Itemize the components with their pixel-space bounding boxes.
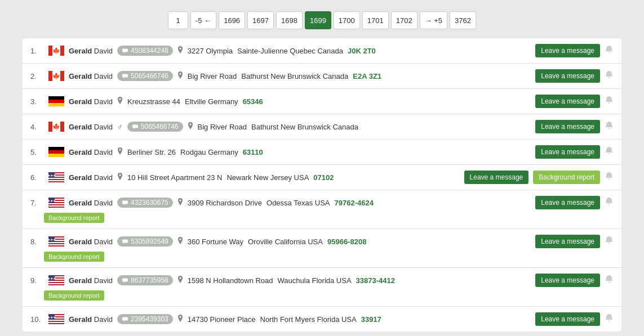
row-number: 2. — [30, 72, 44, 80]
svg-rect-9 — [48, 100, 64, 103]
phone-badge: 5065466746 — [117, 71, 173, 81]
table-row: 3. Gerald David Kreuzstrasse 44 Eltville… — [23, 89, 621, 114]
page-wrap: 1-5 ←1696169716981699170017011702→ +5376… — [0, 0, 644, 336]
page-btn-1696[interactable]: 1696 — [219, 11, 245, 29]
svg-rect-30 — [48, 204, 64, 205]
row-number: 4. — [30, 123, 44, 131]
postal-code: E2A 3Z1 — [353, 72, 381, 80]
bell-icon — [605, 121, 614, 132]
svg-text:🍁: 🍁 — [52, 72, 60, 80]
table-row: 7. ★★★ Gerald David 4323630675 3909 Rich… — [23, 190, 621, 229]
row-main-9: 9. ★★★ Gerald David 8637735958 1598 N Ho… — [30, 274, 614, 287]
leave-message-button[interactable]: Leave a message — [535, 120, 600, 133]
svg-rect-2 — [60, 46, 64, 56]
pin-icon — [177, 71, 183, 80]
table-row: 1. 🍁 Gerald David 4508344248 3227 Olympi… — [23, 38, 621, 64]
leave-message-button[interactable]: Leave a message — [535, 235, 600, 248]
row-secondary: Background report — [30, 252, 614, 262]
row-main-8: 8. ★★★ Gerald David 5305892649 360 Fortu… — [30, 235, 614, 248]
flag-us-icon: ★★★ — [48, 314, 64, 324]
bell-icon — [605, 146, 614, 158]
leave-message-button[interactable]: Leave a message — [535, 44, 600, 57]
page-btn--5-←[interactable]: -5 ← — [190, 11, 216, 29]
row-secondary: Background report — [30, 213, 614, 223]
flag-us-icon: ★★★ — [48, 236, 64, 247]
leave-message-button[interactable]: Leave a message — [464, 171, 529, 184]
flag-us-icon: ★★★ — [48, 172, 64, 182]
table-row: 5. Gerald David Berliner Str. 26 Rodgau … — [23, 140, 621, 165]
svg-text:★★★: ★★★ — [48, 199, 56, 203]
svg-rect-12 — [48, 122, 52, 132]
page-btn-1698[interactable]: 1698 — [276, 11, 303, 29]
address-text: Big River Road — [198, 123, 247, 131]
page-btn-1701[interactable]: 1701 — [362, 11, 389, 29]
page-btn-3762[interactable]: 3762 — [450, 11, 476, 29]
row-main-6: 6. ★★★ Gerald David 10 Hill Street Apart… — [30, 171, 614, 184]
address-text: Big River Road — [188, 72, 237, 80]
svg-rect-39 — [48, 245, 64, 247]
results-table: 1. 🍁 Gerald David 4508344248 3227 Olympi… — [23, 38, 621, 331]
leave-message-button[interactable]: Leave a message — [535, 312, 600, 326]
row-number: 6. — [30, 173, 44, 182]
leave-message-button[interactable]: Leave a message — [535, 196, 600, 209]
svg-rect-31 — [48, 207, 64, 208]
svg-rect-1 — [48, 46, 52, 56]
page-btn-1697[interactable]: 1697 — [247, 11, 274, 29]
phone-badge: 4508344248 — [117, 46, 173, 56]
svg-rect-10 — [48, 103, 64, 106]
leave-message-button[interactable]: Leave a message — [535, 95, 600, 108]
row-main-2: 2. 🍁 Gerald David 5065466746 Big River R… — [30, 69, 614, 83]
phone-badge: 2395439303 — [117, 314, 173, 324]
leave-message-button[interactable]: Leave a message — [535, 274, 600, 287]
pin-icon — [177, 46, 183, 55]
address-text: 360 Fortune Way — [188, 238, 243, 246]
bell-icon — [605, 313, 614, 325]
page-btn-1[interactable]: 1 — [168, 11, 188, 29]
svg-rect-54 — [48, 321, 64, 322]
row-number: 9. — [30, 276, 44, 285]
postal-code: 95966-8208 — [327, 238, 366, 246]
flag-ca-icon: 🍁 — [48, 122, 64, 132]
bell-icon — [605, 96, 614, 107]
person-name: Gerald David — [69, 97, 113, 106]
background-report-button[interactable]: Background report — [533, 171, 600, 184]
person-name: Gerald David — [69, 315, 113, 324]
svg-rect-47 — [48, 284, 64, 285]
svg-rect-6 — [60, 71, 64, 81]
row-main-10: 10. ★★★ Gerald David 2395439303 14730 Pi… — [30, 312, 614, 326]
flag-de-icon — [48, 147, 64, 157]
svg-rect-15 — [48, 147, 64, 150]
svg-rect-55 — [48, 323, 64, 324]
city-text: Oroville California USA — [248, 238, 323, 246]
phone-badge: 8637735958 — [117, 275, 173, 285]
city-text: Newark New Jersey USA — [226, 173, 309, 182]
background-report-button[interactable]: Background report — [44, 213, 104, 223]
address-text: Kreuzstrasse 44 — [127, 97, 180, 106]
svg-text:🍁: 🍁 — [52, 123, 60, 131]
page-btn-→-+5[interactable]: → +5 — [420, 11, 447, 29]
person-name: Gerald David — [69, 238, 113, 246]
leave-message-button[interactable]: Leave a message — [535, 145, 600, 159]
postal-code: 63110 — [243, 148, 263, 156]
city-text: Odessa Texas USA — [267, 199, 330, 207]
row-number: 1. — [30, 47, 44, 55]
background-report-button[interactable]: Background report — [44, 290, 104, 301]
table-row: 6. ★★★ Gerald David 10 Hill Street Apart… — [23, 165, 621, 190]
city-text: Bathurst New Brunswick Canada — [241, 72, 348, 80]
pin-icon — [117, 97, 123, 106]
page-btn-1700[interactable]: 1700 — [334, 11, 360, 29]
page-btn-1699[interactable]: 1699 — [305, 11, 331, 29]
pin-icon — [188, 122, 193, 131]
background-report-button[interactable]: Background report — [44, 252, 104, 262]
row-number: 10. — [30, 315, 44, 324]
table-row: 10. ★★★ Gerald David 2395439303 14730 Pi… — [23, 307, 621, 331]
person-name: Gerald David — [69, 123, 113, 131]
person-name: Gerald David — [69, 72, 113, 80]
leave-message-button[interactable]: Leave a message — [535, 69, 600, 83]
pin-icon — [177, 276, 183, 285]
phone-badge: 5065466746 — [127, 122, 183, 132]
person-name: Gerald David — [69, 173, 113, 182]
address-text: 10 Hill Street Apartment 23 N — [127, 173, 222, 182]
bell-icon — [605, 275, 614, 286]
page-btn-1702[interactable]: 1702 — [391, 11, 418, 29]
